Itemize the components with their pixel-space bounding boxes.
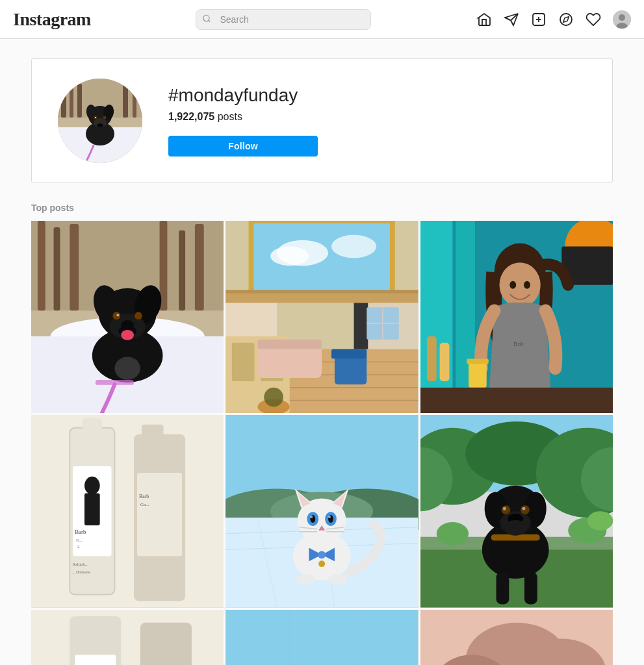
svg-text:Barb: Barb: [75, 529, 86, 535]
svg-point-24: [97, 123, 103, 127]
svg-point-100: [84, 477, 100, 495]
svg-point-6: [560, 14, 572, 25]
header: Instagram: [0, 0, 644, 39]
svg-rect-35: [195, 224, 204, 310]
svg-point-154: [436, 522, 468, 546]
svg-rect-95: [31, 415, 224, 607]
svg-rect-108: [142, 425, 164, 447]
svg-rect-58: [225, 290, 418, 294]
header-nav: [476, 10, 631, 29]
post-item[interactable]: [420, 610, 613, 665]
svg-rect-90: [467, 358, 489, 364]
svg-rect-73: [331, 349, 367, 359]
svg-rect-67: [232, 343, 255, 381]
svg-point-48: [121, 330, 134, 340]
svg-rect-15: [77, 84, 82, 118]
post-item[interactable]: [225, 415, 418, 607]
svg-rect-34: [179, 231, 185, 310]
svg-point-161: [501, 506, 510, 515]
svg-rect-101: [84, 494, 100, 525]
svg-point-47: [116, 314, 119, 316]
svg-rect-49: [96, 380, 134, 385]
post-item[interactable]: Barb Ga...: [31, 610, 224, 665]
svg-rect-32: [70, 224, 79, 310]
svg-point-55: [270, 247, 309, 266]
svg-text:... Domaine: ... Domaine: [72, 570, 90, 574]
svg-rect-70: [258, 340, 322, 349]
svg-rect-13: [61, 82, 66, 118]
svg-point-86: [499, 262, 540, 307]
svg-point-140: [318, 551, 326, 559]
svg-point-56: [331, 235, 376, 258]
svg-rect-176: [140, 622, 192, 665]
svg-point-46: [135, 312, 142, 320]
svg-text:2: 2: [77, 545, 80, 549]
svg-line-1: [209, 20, 211, 22]
svg-point-168: [504, 520, 527, 536]
home-icon[interactable]: [476, 12, 492, 27]
svg-point-87: [509, 281, 516, 289]
svg-rect-89: [469, 362, 487, 388]
svg-rect-72: [335, 355, 367, 384]
svg-rect-92: [427, 336, 437, 381]
profile-avatar-nav[interactable]: [613, 10, 631, 29]
svg-rect-171: [75, 655, 116, 665]
profile-stats: 1,922,075 posts: [168, 111, 586, 123]
svg-text:Arloph...: Arloph...: [72, 562, 88, 566]
svg-text:Boh: Boh: [513, 341, 524, 347]
svg-point-143: [328, 574, 348, 584]
svg-rect-165: [496, 572, 509, 604]
svg-rect-98: [83, 418, 102, 438]
instagram-logo[interactable]: Instagram: [13, 9, 91, 30]
svg-rect-31: [54, 227, 60, 310]
add-post-icon[interactable]: [531, 12, 547, 27]
svg-point-164: [522, 507, 525, 510]
svg-rect-169: [31, 610, 224, 665]
svg-rect-178: [225, 610, 418, 665]
svg-rect-93: [439, 343, 449, 381]
svg-point-75: [264, 388, 284, 407]
profile-hashtag: #mondayfunday: [168, 85, 586, 106]
follow-button[interactable]: Follow: [168, 136, 318, 157]
search-container: [196, 9, 371, 30]
search-icon: [202, 14, 211, 25]
svg-rect-14: [70, 79, 73, 118]
main-content: #mondayfunday 1,922,075 posts Follow Top…: [18, 39, 626, 665]
svg-point-27: [95, 117, 96, 118]
svg-rect-30: [38, 221, 45, 310]
search-input[interactable]: [196, 9, 371, 30]
post-item[interactable]: [31, 221, 224, 413]
explore-icon[interactable]: [558, 12, 574, 27]
activity-icon[interactable]: [586, 12, 601, 27]
svg-rect-166: [524, 572, 537, 604]
profile-header: #mondayfunday 1,922,075 posts Follow: [31, 58, 613, 183]
svg-rect-16: [123, 81, 128, 118]
svg-point-0: [203, 15, 209, 21]
svg-point-131: [311, 516, 313, 518]
svg-point-132: [328, 516, 331, 518]
svg-text:G...: G...: [76, 538, 83, 542]
svg-point-141: [319, 561, 326, 568]
svg-point-44: [121, 320, 134, 329]
post-item[interactable]: [225, 610, 418, 665]
post-item[interactable]: [225, 221, 418, 413]
svg-point-45: [112, 312, 120, 320]
post-item[interactable]: Barb G... 2 Arloph... ... Domaine Barb G…: [31, 415, 224, 607]
svg-rect-69: [258, 346, 322, 378]
svg-point-26: [103, 116, 107, 119]
svg-marker-7: [563, 16, 569, 21]
post-count: 1,922,075: [168, 111, 214, 122]
post-item[interactable]: [420, 415, 613, 607]
svg-rect-109: [137, 473, 182, 556]
svg-point-153: [587, 512, 613, 531]
top-posts-label: Top posts: [31, 196, 613, 213]
svg-point-88: [524, 281, 530, 289]
svg-point-50: [114, 357, 140, 380]
hashtag-avatar: [58, 79, 142, 163]
svg-point-142: [296, 574, 316, 584]
post-item[interactable]: Boh: [420, 221, 613, 413]
svg-point-162: [521, 506, 530, 515]
send-icon[interactable]: [504, 12, 519, 27]
profile-info: #mondayfunday 1,922,075 posts Follow: [168, 85, 586, 157]
posts-grid: Boh Barb G... 2: [31, 221, 613, 665]
